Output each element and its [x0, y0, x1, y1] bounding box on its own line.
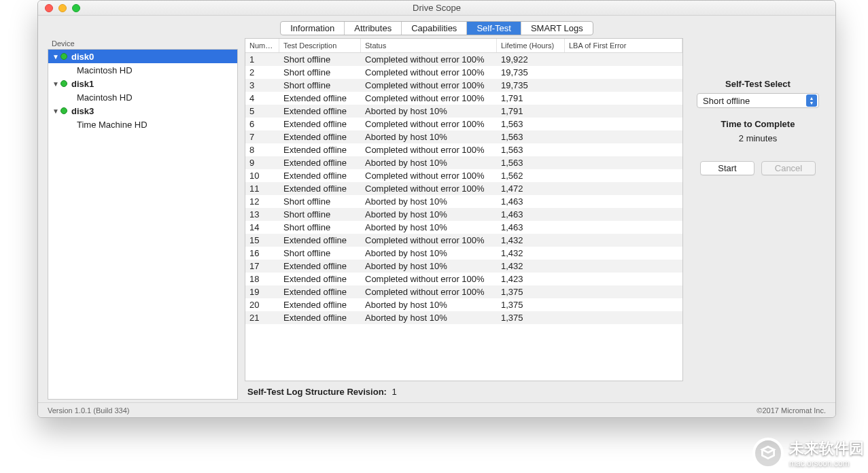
table-row[interactable]: 14Short offlineAborted by host 10%1,463: [245, 221, 682, 234]
table-body[interactable]: 1Short offlineCompleted without error 10…: [245, 53, 682, 381]
cell-lba: [565, 58, 682, 61]
cell-lba: [565, 136, 682, 139]
cell-life: 1,791: [497, 92, 565, 105]
column-header[interactable]: Lifetime (Hours): [497, 39, 565, 52]
table-row[interactable]: 1Short offlineCompleted without error 10…: [245, 53, 682, 66]
cell-lba: [565, 110, 682, 113]
cell-status: Completed without error 100%: [361, 169, 497, 182]
table-row[interactable]: 2Short offlineCompleted without error 10…: [245, 66, 682, 79]
table-row[interactable]: 21Extended offlineAborted by host 10%1,3…: [245, 311, 682, 324]
device-tree[interactable]: ▼disk0Macintosh HD▼disk1Macintosh HD▼dis…: [48, 49, 238, 400]
cell-n: 5: [245, 105, 279, 118]
cell-status: Aborted by host 10%: [361, 156, 497, 169]
column-header[interactable]: Test Description: [279, 39, 361, 52]
cell-status: Aborted by host 10%: [361, 311, 497, 324]
cell-lba: [565, 84, 682, 87]
sidebar-child[interactable]: Macintosh HD: [48, 90, 237, 104]
cell-life: 1,463: [497, 221, 565, 234]
cell-n: 7: [245, 130, 279, 143]
status-dot-icon: [60, 80, 67, 87]
cell-n: 16: [245, 247, 279, 260]
cell-n: 8: [245, 143, 279, 156]
cell-status: Completed without error 100%: [361, 66, 497, 79]
cell-desc: Extended offline: [279, 118, 361, 130]
cell-desc: Extended offline: [279, 130, 361, 143]
table-row[interactable]: 9Extended offlineAborted by host 10%1,56…: [245, 156, 682, 169]
cell-n: 19: [245, 285, 279, 298]
cell-lba: [565, 226, 682, 229]
column-header[interactable]: Number: [245, 39, 279, 52]
cell-desc: Extended offline: [279, 311, 361, 324]
cell-n: 3: [245, 79, 279, 92]
cell-lba: [565, 123, 682, 126]
table-row[interactable]: 8Extended offlineCompleted without error…: [245, 143, 682, 156]
footer: Version 1.0.1 (Build 334) ©2017 Micromat…: [38, 402, 835, 417]
chevron-updown-icon: ▲▼: [806, 94, 817, 107]
table-row[interactable]: 15Extended offlineCompleted without erro…: [245, 234, 682, 247]
cell-status: Aborted by host 10%: [361, 208, 497, 221]
cell-n: 21: [245, 311, 279, 324]
cell-desc: Extended offline: [279, 298, 361, 311]
table-row[interactable]: 3Short offlineCompleted without error 10…: [245, 79, 682, 92]
sidebar-item-disk3[interactable]: ▼disk3: [48, 104, 237, 118]
disclosure-icon[interactable]: ▼: [52, 107, 59, 115]
cell-status: Completed without error 100%: [361, 143, 497, 156]
titlebar: Drive Scope: [38, 1, 835, 16]
disk-name: disk0: [71, 52, 94, 62]
cell-life: 19,735: [497, 66, 565, 79]
cell-lba: [565, 252, 682, 255]
disclosure-icon[interactable]: ▼: [52, 53, 59, 60]
table-row[interactable]: 4Extended offlineCompleted without error…: [245, 92, 682, 105]
table-row[interactable]: 5Extended offlineAborted by host 10%1,79…: [245, 105, 682, 118]
cell-status: Aborted by host 10%: [361, 298, 497, 311]
column-header[interactable]: Status: [361, 39, 497, 52]
selftest-select[interactable]: Short offline ▲▼: [697, 93, 819, 108]
tab-information[interactable]: Information: [281, 22, 345, 35]
table-row[interactable]: 12Short offlineAborted by host 10%1,463: [245, 195, 682, 208]
cell-status: Completed without error 100%: [361, 234, 497, 247]
cell-life: 1,563: [497, 156, 565, 169]
table-row[interactable]: 11Extended offlineCompleted without erro…: [245, 182, 682, 195]
tab-self-test[interactable]: Self-Test: [467, 22, 521, 35]
cell-lba: [565, 71, 682, 74]
table-row[interactable]: 10Extended offlineCompleted without erro…: [245, 169, 682, 182]
cell-lba: [565, 317, 682, 319]
tab-capabilities[interactable]: Capabilities: [402, 22, 467, 35]
table-row[interactable]: 19Extended offlineCompleted without erro…: [245, 285, 682, 298]
cell-life: 1,563: [497, 118, 565, 130]
sidebar-item-disk0[interactable]: ▼disk0: [48, 50, 237, 63]
column-header[interactable]: LBA of First Error: [565, 39, 682, 52]
disclosure-icon[interactable]: ▼: [52, 80, 59, 88]
cell-desc: Short offline: [279, 195, 361, 208]
cell-desc: Short offline: [279, 53, 361, 66]
revision-value: 1: [392, 387, 397, 397]
cell-desc: Extended offline: [279, 234, 361, 247]
tab-bar: InformationAttributesCapabilitiesSelf-Te…: [280, 21, 593, 35]
cell-life: 1,562: [497, 169, 565, 182]
table-row[interactable]: 18Extended offlineCompleted without erro…: [245, 273, 682, 285]
table-row[interactable]: 7Extended offlineAborted by host 10%1,56…: [245, 130, 682, 143]
cell-status: Aborted by host 10%: [361, 130, 497, 143]
cell-n: 1: [245, 53, 279, 66]
sidebar-item-disk1[interactable]: ▼disk1: [48, 77, 237, 90]
version-text: Version 1.0.1 (Build 334): [48, 406, 129, 415]
watermark: 未来软件园 mac.orsoon.com: [752, 438, 864, 469]
cell-desc: Extended offline: [279, 182, 361, 195]
table-row[interactable]: 13Short offlineAborted by host 10%1,463: [245, 208, 682, 221]
cell-life: 1,563: [497, 130, 565, 143]
cell-life: 1,375: [497, 298, 565, 311]
cell-status: Completed without error 100%: [361, 118, 497, 130]
table-row[interactable]: 20Extended offlineAborted by host 10%1,3…: [245, 298, 682, 311]
sidebar-child[interactable]: Time Machine HD: [48, 118, 237, 131]
tab-attributes[interactable]: Attributes: [345, 22, 402, 35]
table-row[interactable]: 17Extended offlineAborted by host 10%1,4…: [245, 260, 682, 273]
table-row[interactable]: 16Short offlineAborted by host 10%1,432: [245, 247, 682, 260]
start-button[interactable]: Start: [700, 161, 754, 175]
cell-n: 18: [245, 273, 279, 285]
cell-status: Aborted by host 10%: [361, 221, 497, 234]
cell-life: 1,375: [497, 285, 565, 298]
table-header[interactable]: NumberTest DescriptionStatusLifetime (Ho…: [245, 39, 682, 53]
sidebar-child[interactable]: Macintosh HD: [48, 63, 237, 77]
table-row[interactable]: 6Extended offlineCompleted without error…: [245, 118, 682, 130]
tab-smart-logs[interactable]: SMART Logs: [521, 22, 593, 35]
